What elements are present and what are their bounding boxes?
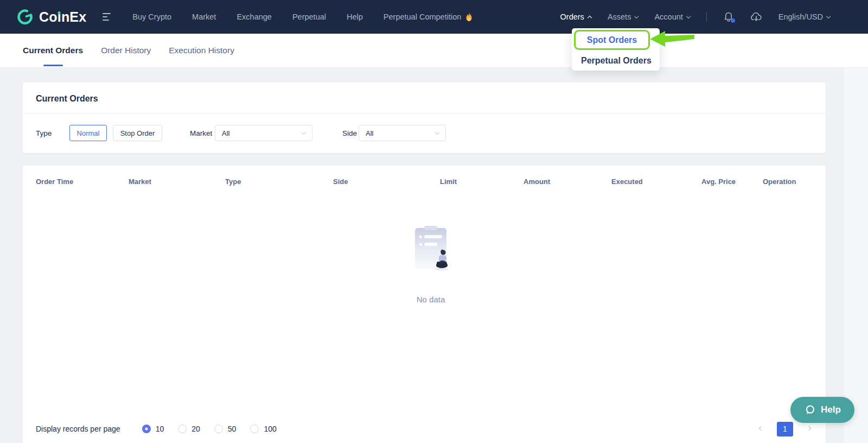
nav-right-group: Orders Assets Account English/USD bbox=[560, 11, 830, 22]
col-executed: Executed bbox=[611, 178, 643, 186]
cloud-download-icon bbox=[750, 11, 762, 22]
col-market: Market bbox=[129, 178, 151, 186]
menu-item-perpetual-orders[interactable]: Perpetual Orders bbox=[581, 52, 652, 69]
market-label: Market bbox=[190, 129, 212, 137]
no-data-illustration bbox=[415, 228, 446, 269]
col-order-time: Order Time bbox=[36, 178, 73, 186]
per-page-option-10[interactable]: 10 bbox=[142, 425, 164, 433]
radio-selected-icon bbox=[142, 425, 151, 433]
chevron-down-icon bbox=[302, 130, 306, 134]
market-select[interactable]: All bbox=[215, 125, 312, 141]
nav-buy-crypto[interactable]: Buy Crypto bbox=[132, 12, 171, 21]
coinex-logo-icon bbox=[16, 8, 34, 26]
nav-perpetual-competition[interactable]: Perpetual Competition bbox=[384, 12, 473, 22]
filters-panel: Current Orders Type Normal Stop Order Ma… bbox=[23, 83, 826, 153]
col-amount: Amount bbox=[524, 178, 550, 186]
tab-current-orders[interactable]: Current Orders bbox=[23, 34, 83, 67]
pagination: 1 bbox=[757, 422, 813, 436]
nav-exchange[interactable]: Exchange bbox=[237, 12, 272, 21]
col-type: Type bbox=[225, 178, 241, 186]
brand-i-dot bbox=[58, 11, 61, 14]
nav-menu: Buy Crypto Market Exchange Perpetual Hel… bbox=[132, 12, 473, 22]
download-app-button[interactable] bbox=[750, 11, 762, 22]
per-page-label: Display records per page bbox=[36, 425, 120, 433]
help-button[interactable]: Help bbox=[790, 397, 854, 423]
col-avg-price: Avg. Price bbox=[701, 178, 736, 186]
type-normal-button[interactable]: Normal bbox=[69, 125, 107, 141]
chevron-down-icon bbox=[435, 130, 439, 134]
col-limit: Limit bbox=[440, 178, 457, 186]
chevron-down-icon bbox=[686, 14, 691, 18]
highlight-box: Spot Orders bbox=[574, 30, 650, 50]
empty-state: No data bbox=[23, 228, 826, 305]
nav-account[interactable]: Account bbox=[654, 12, 690, 21]
tab-execution-history[interactable]: Execution History bbox=[169, 34, 234, 67]
prev-page-button[interactable] bbox=[757, 426, 765, 432]
page-1-button[interactable]: 1 bbox=[777, 422, 793, 436]
no-data-text: No data bbox=[415, 295, 446, 304]
orders-table-panel: Order Time Market Type Side Limit Amount… bbox=[23, 166, 826, 443]
chevron-down-icon bbox=[826, 14, 831, 18]
radio-icon bbox=[250, 425, 259, 433]
top-navbar: CoınEx Buy Crypto Market Exchange Perpet… bbox=[0, 0, 868, 34]
radio-icon bbox=[178, 425, 187, 433]
panel-title: Current Orders bbox=[36, 91, 98, 106]
per-page-option-100[interactable]: 100 bbox=[250, 425, 276, 433]
table-footer: Display records per page 10 20 50 100 1 bbox=[36, 419, 813, 439]
sitting-person-illustration bbox=[433, 248, 451, 271]
annotation-arrow bbox=[650, 30, 694, 48]
next-page-button[interactable] bbox=[805, 426, 813, 432]
nav-divider bbox=[706, 12, 707, 22]
nav-assets[interactable]: Assets bbox=[608, 12, 639, 21]
menu-toggle-icon[interactable] bbox=[103, 13, 111, 21]
notification-dot bbox=[731, 18, 735, 23]
chevron-up-icon bbox=[588, 15, 592, 20]
per-page-options: 10 20 50 100 bbox=[142, 425, 277, 433]
filter-row: Type Normal Stop Order Market All Side A… bbox=[23, 113, 826, 153]
nav-orders[interactable]: Orders bbox=[560, 12, 591, 21]
scrollbar-track[interactable] bbox=[844, 64, 868, 443]
type-stop-order-button[interactable]: Stop Order bbox=[113, 125, 162, 141]
language-currency-selector[interactable]: English/USD bbox=[778, 12, 830, 21]
type-label: Type bbox=[36, 129, 52, 137]
per-page-option-50[interactable]: 50 bbox=[214, 425, 237, 433]
brand-name: CoınEx bbox=[39, 9, 86, 25]
orders-dropdown-menu: Spot Orders Perpetual Orders bbox=[572, 28, 660, 71]
per-page-option-20[interactable]: 20 bbox=[178, 425, 200, 433]
orders-tabbar: Current Orders Order History Execution H… bbox=[0, 34, 868, 68]
side-select[interactable]: All bbox=[359, 125, 446, 141]
tab-order-history[interactable]: Order History bbox=[101, 34, 151, 67]
menu-item-spot-orders[interactable]: Spot Orders bbox=[587, 35, 637, 45]
radio-icon bbox=[214, 425, 223, 433]
nav-market[interactable]: Market bbox=[192, 12, 216, 21]
coinex-logo[interactable]: CoınEx bbox=[16, 8, 86, 26]
col-operation: Operation bbox=[763, 178, 796, 186]
chat-bubble-icon bbox=[804, 404, 816, 416]
nav-perpetual[interactable]: Perpetual bbox=[292, 12, 326, 21]
side-label: Side bbox=[342, 129, 357, 137]
flame-icon bbox=[465, 12, 473, 22]
chevron-down-icon bbox=[634, 14, 639, 18]
notifications-button[interactable] bbox=[723, 11, 734, 22]
nav-help[interactable]: Help bbox=[347, 12, 363, 21]
col-side: Side bbox=[333, 178, 348, 186]
